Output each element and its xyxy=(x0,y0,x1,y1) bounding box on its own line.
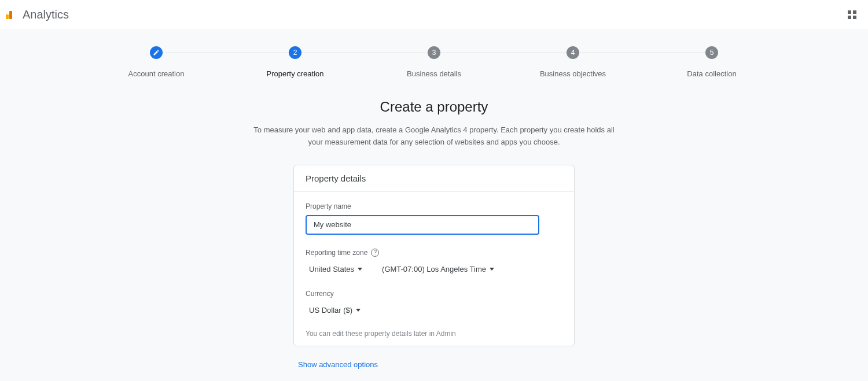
analytics-logo-icon xyxy=(6,11,12,19)
step-property-creation[interactable]: 2 Property creation xyxy=(226,46,365,78)
edit-icon xyxy=(153,49,160,56)
timezone-row: United States (GMT-07:00) Los Angeles Ti… xyxy=(306,262,562,276)
page-description: To measure your web and app data, create… xyxy=(249,124,619,149)
currency-dropdown[interactable]: US Dollar ($) xyxy=(306,304,364,317)
chevron-down-icon xyxy=(490,268,494,271)
step-circle-pending: 4 xyxy=(567,46,579,59)
app-title: Analytics xyxy=(23,8,69,21)
property-name-label: Property name xyxy=(306,202,562,210)
apps-grid-icon[interactable] xyxy=(848,10,856,19)
step-account-creation[interactable]: Account creation xyxy=(87,46,226,78)
step-label: Business objectives xyxy=(540,69,606,78)
step-circle-pending: 3 xyxy=(428,46,440,59)
card-hint: You can edit these property details late… xyxy=(306,330,562,338)
step-data-collection[interactable]: 5 Data collection xyxy=(642,46,781,78)
currency-label: Currency xyxy=(306,290,562,298)
show-advanced-options-link[interactable]: Show advanced options xyxy=(293,357,382,372)
property-details-card: Property details Property name Reporting… xyxy=(293,165,575,346)
timezone-country-value: United States xyxy=(309,265,354,273)
step-business-details[interactable]: 3 Business details xyxy=(365,46,503,78)
main-content: Create a property To measure your web an… xyxy=(0,78,868,381)
step-circle-active: 2 xyxy=(289,46,301,59)
timezone-offset-value: (GMT-07:00) Los Angeles Time xyxy=(382,265,486,273)
property-name-input[interactable] xyxy=(306,215,539,235)
app-header: Analytics xyxy=(0,0,868,30)
step-label: Business details xyxy=(407,69,461,78)
timezone-label: Reporting time zone ? xyxy=(306,249,562,257)
step-circle-pending: 5 xyxy=(705,46,718,59)
advanced-options-row: Show advanced options xyxy=(293,357,575,372)
chevron-down-icon xyxy=(356,309,361,312)
currency-row: US Dollar ($) xyxy=(306,304,562,317)
currency-value: US Dollar ($) xyxy=(309,306,352,315)
timezone-offset-dropdown[interactable]: (GMT-07:00) Los Angeles Time xyxy=(378,262,498,276)
step-label: Property creation xyxy=(267,69,324,78)
chevron-down-icon xyxy=(358,268,362,271)
step-circle-done xyxy=(150,46,163,59)
timezone-country-dropdown[interactable]: United States xyxy=(306,262,366,276)
header-left: Analytics xyxy=(5,8,69,21)
setup-stepper: Account creation 2 Property creation 3 B… xyxy=(0,30,868,78)
step-label: Data collection xyxy=(687,69,736,78)
card-header: Property details xyxy=(294,165,574,192)
step-business-objectives[interactable]: 4 Business objectives xyxy=(503,46,642,78)
step-label: Account creation xyxy=(128,69,185,78)
card-body: Property name Reporting time zone ? Unit… xyxy=(294,192,574,346)
timezone-label-text: Reporting time zone xyxy=(306,249,367,257)
help-icon[interactable]: ? xyxy=(371,249,379,257)
page-title: Create a property xyxy=(0,99,868,115)
